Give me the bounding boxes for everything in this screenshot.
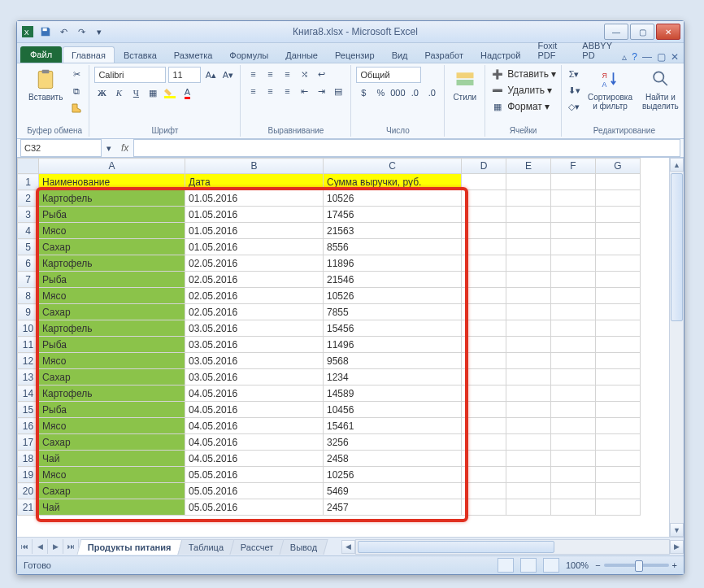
- tab-abbyy pd[interactable]: ABBYY PD: [574, 37, 621, 63]
- undo-icon[interactable]: ↶: [56, 24, 71, 39]
- cell[interactable]: [506, 337, 551, 353]
- scroll-up-icon[interactable]: ▲: [670, 158, 684, 172]
- row-header[interactable]: 15: [18, 402, 39, 418]
- tab-вставка[interactable]: Вставка: [115, 47, 165, 63]
- cell[interactable]: [462, 304, 506, 320]
- clear-icon[interactable]: ◇▾: [567, 99, 581, 114]
- row-header[interactable]: 7: [18, 272, 39, 288]
- cell[interactable]: [462, 239, 506, 255]
- cell[interactable]: [596, 272, 641, 288]
- cell[interactable]: Картофель: [39, 255, 185, 272]
- cell[interactable]: [506, 418, 551, 434]
- row-header[interactable]: 4: [18, 223, 39, 239]
- cell[interactable]: [596, 304, 641, 320]
- cell[interactable]: [462, 483, 506, 499]
- cell[interactable]: [506, 207, 551, 223]
- autosum-icon[interactable]: Σ▾: [567, 67, 581, 81]
- cell[interactable]: 03.05.2016: [185, 320, 324, 337]
- increase-indent-icon[interactable]: ⇥: [314, 84, 328, 98]
- row-header[interactable]: 10: [18, 320, 39, 337]
- view-break-icon[interactable]: [543, 558, 559, 573]
- cell[interactable]: 04.05.2016: [185, 385, 324, 402]
- window-min-icon[interactable]: —: [642, 51, 652, 63]
- cell[interactable]: [551, 239, 596, 255]
- decrease-font-icon[interactable]: A▾: [220, 68, 235, 82]
- cell[interactable]: [551, 255, 596, 272]
- cell[interactable]: Мясо: [39, 288, 185, 304]
- cell[interactable]: Рыба: [39, 402, 185, 418]
- cell[interactable]: Картофель: [39, 190, 185, 207]
- cell[interactable]: [462, 207, 506, 223]
- decrease-indent-icon[interactable]: ⇤: [297, 84, 311, 98]
- cell[interactable]: [551, 369, 596, 385]
- col-header-B[interactable]: B: [185, 159, 324, 174]
- sheet-nav-last-icon[interactable]: ⏭: [63, 539, 79, 554]
- cell[interactable]: Рыба: [39, 337, 185, 353]
- cell[interactable]: 04.05.2016: [185, 451, 324, 467]
- row-header[interactable]: 14: [18, 385, 39, 402]
- scroll-thumb-v[interactable]: [671, 173, 683, 321]
- tab-разработ[interactable]: Разработ: [417, 47, 472, 63]
- cell[interactable]: [596, 255, 641, 272]
- col-header-F[interactable]: F: [551, 159, 596, 174]
- vertical-scrollbar[interactable]: ▲ ▼: [669, 158, 684, 537]
- view-layout-icon[interactable]: [520, 558, 537, 573]
- cell[interactable]: 01.05.2016: [185, 223, 324, 239]
- paste-button[interactable]: Вставить: [25, 67, 66, 103]
- font-size-combo[interactable]: 11: [168, 67, 201, 83]
- qat-dropdown-icon[interactable]: ▾: [92, 24, 106, 39]
- number-format-combo[interactable]: Общий: [356, 67, 421, 83]
- cell[interactable]: [551, 434, 596, 451]
- cell[interactable]: [551, 418, 596, 434]
- sheet-tab[interactable]: Продукты питания: [76, 539, 182, 555]
- table-header[interactable]: Наименование: [39, 174, 185, 190]
- row-header[interactable]: 21: [18, 499, 39, 516]
- tab-file[interactable]: Файл: [20, 46, 62, 63]
- cell[interactable]: [506, 499, 551, 516]
- cell[interactable]: [506, 304, 551, 320]
- cell[interactable]: Рыба: [39, 272, 185, 288]
- cell[interactable]: [506, 451, 551, 467]
- borders-icon[interactable]: ▦: [146, 85, 160, 100]
- cut-icon[interactable]: ✂: [69, 67, 84, 81]
- row-header[interactable]: 6: [18, 255, 39, 272]
- cell[interactable]: 05.05.2016: [185, 467, 324, 483]
- cell[interactable]: Мясо: [39, 418, 185, 434]
- cell[interactable]: Мясо: [39, 223, 185, 239]
- align-left-icon[interactable]: ≡: [246, 84, 260, 98]
- cell[interactable]: 01.05.2016: [185, 207, 324, 223]
- cell[interactable]: [596, 223, 641, 239]
- name-box[interactable]: C32: [20, 139, 102, 157]
- window-close-icon[interactable]: ✕: [671, 51, 679, 63]
- col-header-D[interactable]: D: [462, 159, 506, 174]
- tab-главная[interactable]: Главная: [63, 46, 115, 63]
- cell[interactable]: [596, 320, 641, 337]
- cell[interactable]: 03.05.2016: [185, 353, 324, 369]
- cell[interactable]: [596, 288, 641, 304]
- cell[interactable]: 01.05.2016: [185, 190, 324, 207]
- cell[interactable]: [506, 434, 551, 451]
- col-header-A[interactable]: A: [39, 159, 185, 174]
- cell[interactable]: [551, 353, 596, 369]
- tab-foxit pdf[interactable]: Foxit PDF: [529, 37, 573, 63]
- cell[interactable]: 21563: [324, 223, 462, 239]
- cell[interactable]: 17456: [324, 207, 462, 223]
- row-header[interactable]: 20: [18, 483, 39, 499]
- ribbon-minimize-icon[interactable]: ▵: [622, 51, 627, 63]
- align-center-icon[interactable]: ≡: [263, 84, 277, 98]
- cell[interactable]: [596, 418, 641, 434]
- wrap-text-icon[interactable]: ↩: [314, 67, 328, 81]
- cell[interactable]: [462, 223, 506, 239]
- row-header[interactable]: 1: [18, 174, 39, 190]
- view-normal-icon[interactable]: [498, 558, 514, 573]
- cell[interactable]: 05.05.2016: [185, 483, 324, 499]
- cell[interactable]: [462, 337, 506, 353]
- row-header[interactable]: 9: [18, 304, 39, 320]
- cell[interactable]: 2457: [324, 499, 462, 516]
- cell[interactable]: [462, 353, 506, 369]
- scroll-thumb-h[interactable]: [358, 541, 554, 553]
- cell[interactable]: 02.05.2016: [185, 272, 324, 288]
- currency-icon[interactable]: $: [356, 85, 371, 100]
- cell[interactable]: 02.05.2016: [185, 288, 324, 304]
- fill-icon[interactable]: ⬇▾: [567, 83, 581, 98]
